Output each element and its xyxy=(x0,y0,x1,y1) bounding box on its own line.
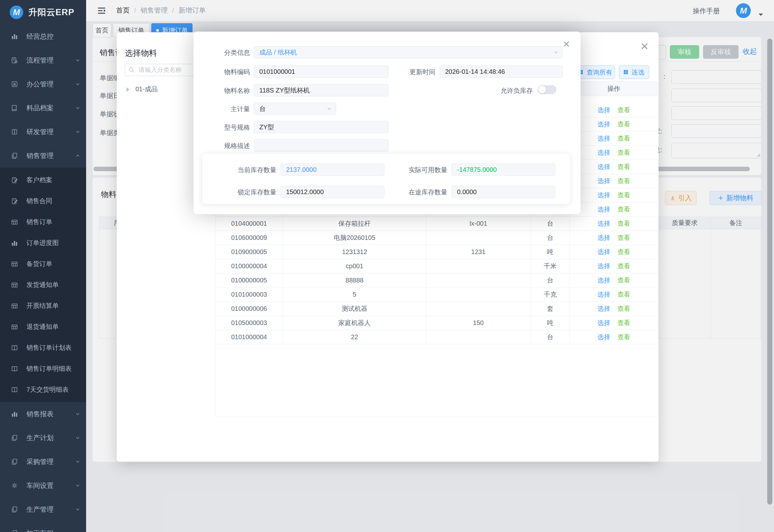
table-cell: 保存箱拉杆 xyxy=(283,217,426,231)
tree-node-label: 01-成品 xyxy=(135,85,158,94)
view-link[interactable]: 查看 xyxy=(617,177,630,185)
unit-value: 台 xyxy=(259,104,266,113)
name-value: 118S ZY型纸杯机 xyxy=(259,86,310,95)
view-link[interactable]: 查看 xyxy=(617,163,630,171)
category-value: 成品 / 纸杯机 xyxy=(259,48,297,57)
query-all-button[interactable]: 查询所有 xyxy=(576,65,615,79)
table-row: 0106000009电脑20260105台选择查看 xyxy=(215,231,658,245)
select-link[interactable]: 选择 xyxy=(597,333,610,341)
transit-stock-value: 0.0000 xyxy=(457,188,477,196)
erp-app: M 升阳云ERP 经营总控流程管理办公管理料品档案研发管理销售管理 客户档案销售… xyxy=(0,0,774,532)
table-cell: 0109000005 xyxy=(215,245,283,259)
table-cell xyxy=(426,288,531,301)
view-link[interactable]: 查看 xyxy=(617,106,630,114)
select-link[interactable]: 选择 xyxy=(597,262,610,271)
negative-stock-toggle[interactable] xyxy=(538,85,556,94)
tree-node-finished-goods[interactable]: 01-成品 xyxy=(126,85,158,94)
code-input[interactable]: 0101000001 xyxy=(254,65,389,78)
table-cell-actions: 选择查看 xyxy=(570,146,658,160)
updated-input[interactable]: 2026-01-14 14:48:46 xyxy=(440,65,563,78)
view-link[interactable]: 查看 xyxy=(617,319,630,327)
available-stock-input[interactable]: -147875.0000 xyxy=(451,163,555,176)
locked-stock-input[interactable]: 150012.0000 xyxy=(281,186,384,198)
table-row: 0100000006测试机器套选择查看 xyxy=(215,302,658,316)
view-link[interactable]: 查看 xyxy=(617,205,630,214)
toggle-knob xyxy=(538,86,546,94)
table-cell-actions: 选择查看 xyxy=(570,259,658,273)
select-link[interactable]: 选择 xyxy=(597,134,610,143)
view-link[interactable]: 查看 xyxy=(617,262,630,271)
view-link[interactable]: 查看 xyxy=(617,333,630,341)
table-cell-actions: 选择查看 xyxy=(570,316,658,330)
table-cell: 1231 xyxy=(426,245,531,259)
table-row: 01010000035千克选择查看 xyxy=(215,288,658,302)
view-link[interactable]: 查看 xyxy=(617,134,630,143)
close-icon[interactable]: ✕ xyxy=(563,40,570,49)
category-label: 分类信息 xyxy=(198,48,250,57)
table-cell: 22 xyxy=(283,330,426,344)
code-label: 物料编码 xyxy=(198,68,250,76)
view-link[interactable]: 查看 xyxy=(617,148,630,157)
select-link[interactable]: 选择 xyxy=(597,304,610,313)
view-link[interactable]: 查看 xyxy=(617,219,630,228)
category-select[interactable]: 成品 / 纸杯机 xyxy=(254,46,563,58)
select-link[interactable]: 选择 xyxy=(597,276,610,285)
select-link[interactable]: 选择 xyxy=(597,219,610,228)
select-link[interactable]: 选择 xyxy=(597,148,610,157)
view-link[interactable]: 查看 xyxy=(617,276,630,285)
table-cell xyxy=(426,273,531,287)
view-link[interactable]: 查看 xyxy=(617,191,630,200)
select-link[interactable]: 选择 xyxy=(597,290,610,299)
table-row: 0105000003家庭机器人150吨选择查看 xyxy=(215,316,658,330)
select-link[interactable]: 选择 xyxy=(597,233,610,242)
name-input[interactable]: 118S ZY型纸杯机 xyxy=(254,84,389,96)
table-cell xyxy=(426,330,531,344)
material-detail-dialog: ✕ 分类信息 成品 / 纸杯机 物料编码 0101000001 更新时间 202… xyxy=(193,32,581,214)
table-cell-actions: 选择查看 xyxy=(570,288,658,301)
select-link[interactable]: 选择 xyxy=(597,120,610,129)
view-link[interactable]: 查看 xyxy=(617,233,630,242)
select-link[interactable]: 选择 xyxy=(597,177,610,185)
table-cell-actions: 选择查看 xyxy=(570,103,658,117)
table-cell: 千米 xyxy=(531,259,570,273)
select-link[interactable]: 选择 xyxy=(597,191,610,200)
table-cell: 台 xyxy=(531,231,570,245)
table-cell-actions: 选择查看 xyxy=(570,245,658,259)
tree-caret-icon[interactable] xyxy=(126,87,132,92)
table-cell: cp001 xyxy=(283,259,426,273)
table-cell-actions: 选择查看 xyxy=(570,217,658,231)
table-cell: 测试机器 xyxy=(283,302,426,316)
table-cell-actions: 选择查看 xyxy=(570,273,658,287)
select-link[interactable]: 选择 xyxy=(597,163,610,171)
multi-select-button[interactable]: 连选 xyxy=(619,65,649,79)
locked-stock-value: 150012.0000 xyxy=(286,188,324,196)
table-cell: 台 xyxy=(531,330,570,344)
view-link[interactable]: 查看 xyxy=(617,290,630,299)
table-cell-actions: 选择查看 xyxy=(570,160,658,174)
model-label: 型号规格 xyxy=(198,123,250,132)
view-link[interactable]: 查看 xyxy=(617,248,630,256)
table-cell: 0104000001 xyxy=(215,217,283,231)
model-input[interactable]: ZY型 xyxy=(254,121,389,133)
table-cell-actions: 选择查看 xyxy=(570,188,658,202)
view-link[interactable]: 查看 xyxy=(617,304,630,313)
spec-input[interactable] xyxy=(254,139,389,152)
select-link[interactable]: 选择 xyxy=(597,106,610,114)
search-icon xyxy=(128,67,135,73)
table-row: 0104000001保存箱拉杆lx-001台选择查看 xyxy=(215,217,658,231)
select-link[interactable]: 选择 xyxy=(597,248,610,256)
close-icon[interactable]: ✕ xyxy=(640,41,649,52)
unit-select[interactable]: 台 xyxy=(254,103,336,115)
button-label: 查询所有 xyxy=(587,68,612,77)
current-stock-input[interactable]: 2137.0000 xyxy=(281,163,384,176)
table-cell: 0101000003 xyxy=(215,288,283,301)
table-cell: 吨 xyxy=(531,316,570,330)
select-link[interactable]: 选择 xyxy=(597,205,610,214)
table-cell-actions: 选择查看 xyxy=(570,117,658,131)
view-link[interactable]: 查看 xyxy=(617,120,630,129)
select-link[interactable]: 选择 xyxy=(597,319,610,327)
table-cell: 0106000009 xyxy=(215,231,283,245)
table-cell: 0100000005 xyxy=(215,273,283,287)
table-cell: 0100000006 xyxy=(215,302,283,316)
transit-stock-input[interactable]: 0.0000 xyxy=(451,186,555,198)
